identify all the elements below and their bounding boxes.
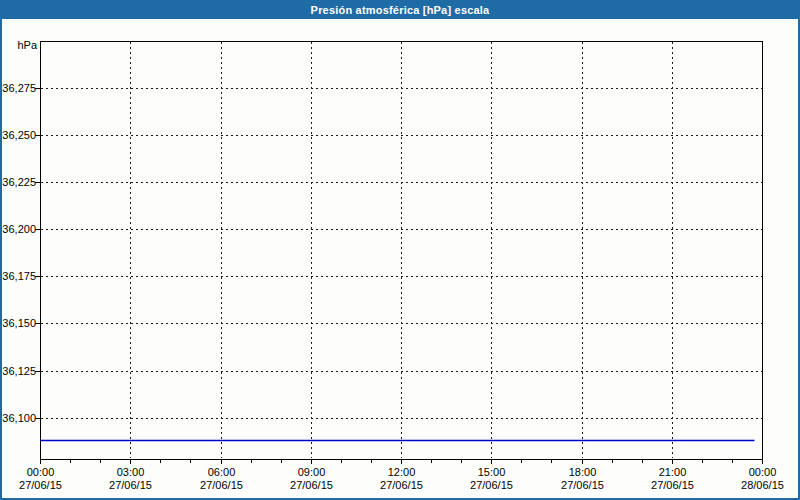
x-tick-time: 18:00: [547, 466, 619, 479]
y-tick-label: 936,200: [0, 223, 36, 236]
x-tick-date: 27/06/15: [456, 479, 528, 492]
plot-frame: [41, 42, 763, 460]
x-tick-time: 00:00: [727, 466, 799, 479]
x-tick-label: 15:0027/06/15: [456, 466, 528, 492]
y-tick-label: 936,225: [0, 176, 36, 189]
window-titlebar: Presión atmosférica [hPa] escala: [0, 0, 800, 19]
y-tick-label: 936,250: [0, 129, 36, 142]
x-tick-date: 27/06/15: [547, 479, 619, 492]
x-tick-label: 00:0027/06/15: [5, 466, 77, 492]
y-tick-label: 936,175: [0, 270, 36, 283]
x-tick-time: 12:00: [366, 466, 438, 479]
plot-canvas: [0, 0, 800, 500]
x-tick-date: 27/06/15: [366, 479, 438, 492]
x-tick-time: 03:00: [95, 466, 167, 479]
x-tick-label: 18:0027/06/15: [547, 466, 619, 492]
y-tick-label: 936,275: [0, 82, 36, 95]
window-title: Presión atmosférica [hPa] escala: [311, 4, 490, 16]
y-axis-unit-label: hPa: [0, 39, 37, 51]
y-tick-label: 936,125: [0, 365, 36, 378]
x-tick-label: 06:0027/06/15: [186, 466, 258, 492]
x-tick-date: 27/06/15: [95, 479, 167, 492]
x-tick-label: 12:0027/06/15: [366, 466, 438, 492]
y-tick-label: 936,150: [0, 317, 36, 330]
x-tick-date: 27/06/15: [5, 479, 77, 492]
x-tick-date: 27/06/15: [276, 479, 348, 492]
x-tick-time: 21:00: [637, 466, 709, 479]
x-tick-date: 28/06/15: [727, 479, 799, 492]
chart-window: Presión atmosférica [hPa] escala hPa 936…: [0, 0, 800, 500]
x-tick-time: 00:00: [5, 466, 77, 479]
x-tick-label: 00:0028/06/15: [727, 466, 799, 492]
y-tick-label: 936,100: [0, 412, 36, 425]
x-tick-date: 27/06/15: [637, 479, 709, 492]
x-tick-time: 15:00: [456, 466, 528, 479]
x-tick-date: 27/06/15: [186, 479, 258, 492]
x-tick-time: 09:00: [276, 466, 348, 479]
x-tick-time: 06:00: [186, 466, 258, 479]
window-border-left: [0, 0, 2, 500]
x-tick-label: 21:0027/06/15: [637, 466, 709, 492]
x-tick-label: 09:0027/06/15: [276, 466, 348, 492]
x-tick-label: 03:0027/06/15: [95, 466, 167, 492]
